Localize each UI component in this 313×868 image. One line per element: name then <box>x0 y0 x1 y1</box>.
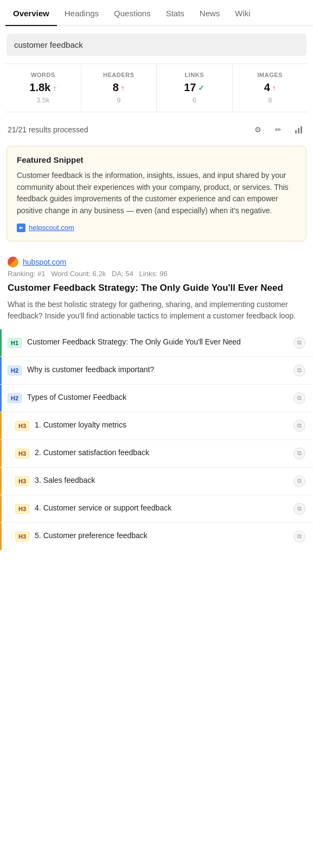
site-description: What is the best holistic strategy for g… <box>8 299 305 322</box>
headers-prev: 9 <box>86 96 152 104</box>
tab-questions[interactable]: Questions <box>106 0 158 25</box>
tab-news[interactable]: News <box>192 0 228 25</box>
site-links: Links: 96 <box>139 270 168 278</box>
h3-text-5: 5. Customer preference feedback <box>35 531 289 541</box>
results-bar: 21/21 results processed ⚙ ✏ <box>0 118 313 142</box>
h1-tag: H1 <box>8 338 22 348</box>
h2-border-1 <box>0 357 2 384</box>
site-title: Customer Feedback Strategy: The Only Gui… <box>8 282 305 295</box>
words-value: 1.8k <box>29 81 50 94</box>
h3-text-4: 4. Customer service or support feedback <box>35 503 289 514</box>
h1-border <box>0 329 2 356</box>
links-check: ✓ <box>198 84 205 92</box>
heading-item-h3-1[interactable]: H3 1. Customer loyalty metrics ⧉ <box>0 412 313 440</box>
tab-overview[interactable]: Overview <box>5 0 57 25</box>
stats-section: WORDS 1.8k ↑ 3.5k HEADERS 8 ↑ 9 LINKS 17… <box>5 63 308 112</box>
results-icons: ⚙ ✏ <box>251 123 305 136</box>
images-arrow-up: ↑ <box>272 84 276 92</box>
featured-snippet: Featured Snippet Customer feedback is th… <box>7 146 306 241</box>
tab-wiki[interactable]: Wiki <box>227 0 258 25</box>
h2-text-2: Types of Customer Feedback <box>27 392 289 403</box>
h3-tag-3: H3 <box>15 476 29 486</box>
stat-words: WORDS 1.8k ↑ 3.5k <box>5 64 81 112</box>
h3-text-1: 1. Customer loyalty metrics <box>35 420 289 431</box>
h1-text: Customer Feedback Strategy: The Only Gui… <box>27 337 289 348</box>
images-value: 4 <box>264 81 270 94</box>
search-query: customer feedback <box>7 34 306 56</box>
heading-item-h2-1[interactable]: H2 Why is customer feedback important? ⧉ <box>0 357 313 385</box>
h3-border-3 <box>0 468 2 495</box>
h3-border-2 <box>0 440 2 467</box>
h3-text-2: 2. Customer satisfaction feedback <box>35 448 289 458</box>
site-header: hubspot.com <box>8 257 305 267</box>
copy-h3-5-button[interactable]: ⧉ <box>293 531 305 542</box>
tab-stats[interactable]: Stats <box>158 0 192 25</box>
results-processed-text: 21/21 results processed <box>8 125 88 134</box>
h3-tag-5: H3 <box>15 532 29 541</box>
copy-h3-2-button[interactable]: ⧉ <box>293 448 305 459</box>
heading-item-h3-5[interactable]: H3 5. Customer preference feedback ⧉ <box>0 523 313 550</box>
svg-rect-2 <box>301 126 302 133</box>
tab-headings[interactable]: Headings <box>57 0 106 25</box>
h3-tag-4: H3 <box>15 504 29 514</box>
h3-tag-1: H3 <box>15 421 29 431</box>
copy-h2-1-button[interactable]: ⧉ <box>293 365 305 376</box>
site-ranking: Ranking: #1 <box>8 270 45 278</box>
headers-arrow-up: ↑ <box>121 84 125 92</box>
site-meta: Ranking: #1 Word Count: 6.2k DA: 54 Link… <box>8 270 305 278</box>
site-result: hubspot.com Ranking: #1 Word Count: 6.2k… <box>0 251 313 322</box>
images-prev: 8 <box>237 96 304 104</box>
h3-border-5 <box>0 523 2 550</box>
stat-headers: HEADERS 8 ↑ 9 <box>81 64 157 112</box>
h3-tag-2: H3 <box>15 449 29 458</box>
snippet-source-text: helpscout.com <box>29 224 74 232</box>
copy-h2-2-button[interactable]: ⧉ <box>293 392 305 404</box>
snippet-title: Featured Snippet <box>17 155 296 164</box>
h3-text-3: 3. Sales feedback <box>35 475 289 486</box>
words-arrow-up: ↑ <box>53 84 56 92</box>
copy-h3-4-button[interactable]: ⧉ <box>293 503 305 515</box>
heading-item-h2-2[interactable]: H2 Types of Customer Feedback ⧉ <box>0 385 313 412</box>
heading-item-h1[interactable]: H1 Customer Feedback Strategy: The Only … <box>0 329 313 357</box>
heading-item-h3-2[interactable]: H3 2. Customer satisfaction feedback ⧉ <box>0 440 313 468</box>
copy-h1-button[interactable]: ⧉ <box>293 337 305 349</box>
links-value: 17 <box>184 81 196 94</box>
stat-images: IMAGES 4 ↑ 8 <box>233 64 308 112</box>
h3-border-1 <box>0 412 2 439</box>
site-domain-link[interactable]: hubspot.com <box>23 258 66 266</box>
copy-h3-1-button[interactable]: ⧉ <box>293 420 305 432</box>
snippet-source-link[interactable]: helpscout.com <box>17 224 296 232</box>
headers-value: 8 <box>113 81 119 94</box>
chart-icon[interactable] <box>292 123 305 136</box>
stat-links: LINKS 17 ✓ 6 <box>157 64 233 112</box>
svg-rect-1 <box>298 128 299 133</box>
h2-text-1: Why is customer feedback important? <box>27 365 289 375</box>
pencil-icon[interactable]: ✏ <box>272 123 285 136</box>
h3-border-4 <box>0 495 2 522</box>
copy-h3-3-button[interactable]: ⧉ <box>293 475 305 487</box>
heading-item-h3-3[interactable]: H3 3. Sales feedback ⧉ <box>0 468 313 495</box>
nav-tabs: Overview Headings Questions Stats News W… <box>0 0 313 26</box>
h2-border-2 <box>0 385 2 412</box>
svg-rect-0 <box>295 130 297 133</box>
gear-icon[interactable]: ⚙ <box>251 123 264 136</box>
h2-tag-1: H2 <box>8 366 22 375</box>
headings-list: H1 Customer Feedback Strategy: The Only … <box>0 329 313 550</box>
snippet-text: Customer feedback is the information, in… <box>17 170 296 217</box>
links-prev: 6 <box>161 96 228 104</box>
site-word-count: Word Count: 6.2k <box>51 270 106 278</box>
words-prev: 3.5k <box>10 96 76 104</box>
h2-tag-2: H2 <box>8 393 22 403</box>
heading-item-h3-4[interactable]: H3 4. Customer service or support feedba… <box>0 495 313 523</box>
site-da: DA: 54 <box>112 270 133 278</box>
site-favicon <box>8 257 18 267</box>
